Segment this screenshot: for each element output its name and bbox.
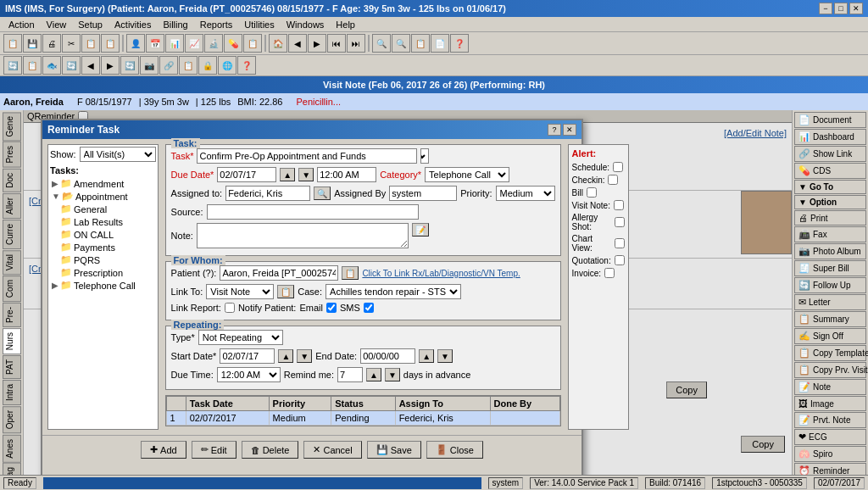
tb2-btn-3[interactable]: 🐟 xyxy=(42,56,61,75)
sidebar-tab-aller[interactable]: Aller xyxy=(3,193,21,219)
tb-btn-17[interactable]: ⏮ xyxy=(327,34,346,53)
repeat-type-select[interactable]: Not Repeating xyxy=(198,330,283,345)
tb-btn-12[interactable]: 💊 xyxy=(224,34,242,53)
tb2-btn-9[interactable]: 🔗 xyxy=(159,56,178,75)
menu-help[interactable]: Help xyxy=(331,19,360,31)
sidebar-tab-vital[interactable]: Vital xyxy=(3,250,21,275)
task-name-input[interactable] xyxy=(197,148,417,164)
chart-view-checkbox[interactable] xyxy=(615,238,625,248)
sidebar-fax[interactable]: 📠 Fax xyxy=(794,226,866,242)
repeat-end-input[interactable] xyxy=(360,348,415,364)
quotation-checkbox[interactable] xyxy=(615,255,625,265)
due-time-select[interactable]: 12:00 AM xyxy=(217,367,281,382)
due-date-spin-up[interactable]: ▲ xyxy=(280,168,295,181)
sidebar-summary[interactable]: 📋 Summary xyxy=(794,311,866,327)
tb-btn-1[interactable]: 📋 xyxy=(3,34,22,53)
assigned-to-search[interactable]: 🔍 xyxy=(314,187,331,200)
sidebar-tab-com[interactable]: Com xyxy=(3,276,21,302)
sidebar-photo-album[interactable]: 📷 Photo Album xyxy=(794,243,866,259)
link-rx-lab-link[interactable]: Click To Link Rx/Lab/Diagnostic/VN Temp. xyxy=(362,269,520,278)
assigned-by-input[interactable] xyxy=(389,186,457,201)
tb-btn-5[interactable]: 📋 xyxy=(81,34,100,53)
sidebar-note[interactable]: 📝 Note xyxy=(794,379,866,395)
repeat-end-up[interactable]: ▲ xyxy=(419,349,434,363)
sidebar-super-bill[interactable]: 🧾 Super Bill xyxy=(794,260,866,276)
tb-btn-8[interactable]: 📅 xyxy=(146,34,164,53)
tb2-btn-12[interactable]: 🌐 xyxy=(218,56,236,75)
tb-btn-22[interactable]: 📄 xyxy=(431,34,449,53)
minimize-button[interactable]: − xyxy=(819,3,832,14)
menu-view[interactable]: View xyxy=(42,19,72,31)
tree-item-amendment[interactable]: ▶ 📁 Amendment xyxy=(50,177,156,190)
maximize-button[interactable]: □ xyxy=(834,3,848,14)
tree-item-lab[interactable]: 📁 Lab Results xyxy=(50,215,156,228)
menu-action[interactable]: Action xyxy=(3,19,40,31)
checkin-checkbox[interactable] xyxy=(608,175,618,185)
remind-input[interactable] xyxy=(337,367,363,382)
tb-btn-23[interactable]: ❓ xyxy=(450,34,469,53)
email-checkbox[interactable] xyxy=(326,303,337,313)
patient-input[interactable] xyxy=(220,265,338,281)
tb2-btn-4[interactable]: 🔄 xyxy=(62,56,81,75)
allergy-shot-checkbox[interactable] xyxy=(615,217,625,227)
edit-button[interactable]: ✏ Edit xyxy=(192,441,236,459)
due-date-input[interactable] xyxy=(217,167,276,182)
menu-billing[interactable]: Billing xyxy=(158,19,192,31)
tree-item-prescription[interactable]: 📁 Prescription xyxy=(50,266,156,279)
tb-btn-10[interactable]: 📈 xyxy=(185,34,203,53)
sidebar-ecg[interactable]: ❤ ECG xyxy=(794,429,866,445)
tb2-btn-6[interactable]: ▶ xyxy=(101,56,120,75)
task-name-dropdown[interactable]: ▼ xyxy=(420,148,429,164)
source-input[interactable] xyxy=(207,204,419,220)
sidebar-tab-doc[interactable]: Doc xyxy=(3,169,21,192)
menu-utilities[interactable]: Utilities xyxy=(239,19,279,31)
tb-btn-6[interactable]: 📋 xyxy=(101,34,120,53)
sms-checkbox[interactable] xyxy=(364,303,374,313)
tb2-btn-13[interactable]: ❓ xyxy=(237,56,256,75)
case-select[interactable]: Achilles tendon repair - STS - 02/06/1 xyxy=(326,284,461,299)
sidebar-document[interactable]: 📄 Document xyxy=(794,112,866,128)
delete-button[interactable]: 🗑 Delete xyxy=(242,441,299,459)
tb2-btn-11[interactable]: 🔒 xyxy=(198,56,217,75)
patient-browse[interactable]: 📋 xyxy=(342,266,359,280)
sidebar-spiro[interactable]: 🫁 Spiro xyxy=(794,446,866,462)
tb2-btn-7[interactable]: 🔄 xyxy=(120,56,139,75)
tb-btn-21[interactable]: 📋 xyxy=(411,34,430,53)
tb2-btn-5[interactable]: ◀ xyxy=(81,56,100,75)
tb2-btn-2[interactable]: 📋 xyxy=(23,56,42,75)
tb-btn-14[interactable]: 🏠 xyxy=(269,34,287,53)
tree-item-pqrs[interactable]: 📁 PQRS xyxy=(50,253,156,266)
sidebar-image[interactable]: 🖼 Image xyxy=(794,396,866,411)
sidebar-go-to[interactable]: ▼ Go To xyxy=(794,180,866,194)
visit-note-checkbox[interactable] xyxy=(614,200,624,210)
link-to-select[interactable]: Visit Note xyxy=(206,284,274,299)
remind-down[interactable]: ▼ xyxy=(385,368,400,381)
remind-up[interactable]: ▲ xyxy=(366,368,381,381)
tree-item-general[interactable]: 📁 General xyxy=(50,203,156,215)
sidebar-sign-off[interactable]: ✍ Sign Off xyxy=(794,328,866,344)
repeat-end-down[interactable]: ▼ xyxy=(437,349,453,363)
tb-btn-16[interactable]: ▶ xyxy=(308,34,326,53)
invoice-checkbox[interactable] xyxy=(604,268,615,278)
tb-btn-9[interactable]: 📊 xyxy=(165,34,184,53)
sidebar-prvt-note[interactable]: 📝 Prvt. Note xyxy=(794,412,866,428)
due-date-spin-down[interactable]: ▼ xyxy=(298,168,314,181)
close-button[interactable]: ✕ xyxy=(849,3,863,14)
dialog-close-button[interactable]: ✕ xyxy=(563,124,576,136)
category-select[interactable]: Telephone Call xyxy=(425,167,509,182)
bill-checkbox[interactable] xyxy=(587,187,597,198)
sidebar-tab-gene[interactable]: Gene xyxy=(3,112,21,141)
sidebar-copy-prev[interactable]: 📋 Copy Prv. Visit xyxy=(794,362,866,378)
sidebar-show-link[interactable]: 🔗 Show Link xyxy=(794,146,866,162)
schedule-checkbox[interactable] xyxy=(613,162,623,172)
priority-select[interactable]: Medium xyxy=(496,186,555,201)
tb2-btn-1[interactable]: 🔄 xyxy=(3,56,22,75)
due-time-input[interactable] xyxy=(317,167,376,182)
sidebar-tab-intra[interactable]: Intra xyxy=(3,380,21,405)
tb2-btn-8[interactable]: 📷 xyxy=(140,56,159,75)
sidebar-dashboard[interactable]: 📊 Dashboard xyxy=(794,129,866,145)
tb-btn-19[interactable]: 🔍 xyxy=(372,34,391,53)
save-button[interactable]: 💾 Save xyxy=(367,441,421,459)
tb-btn-13[interactable]: 📋 xyxy=(243,34,262,53)
tb-btn-7[interactable]: 👤 xyxy=(126,34,145,53)
